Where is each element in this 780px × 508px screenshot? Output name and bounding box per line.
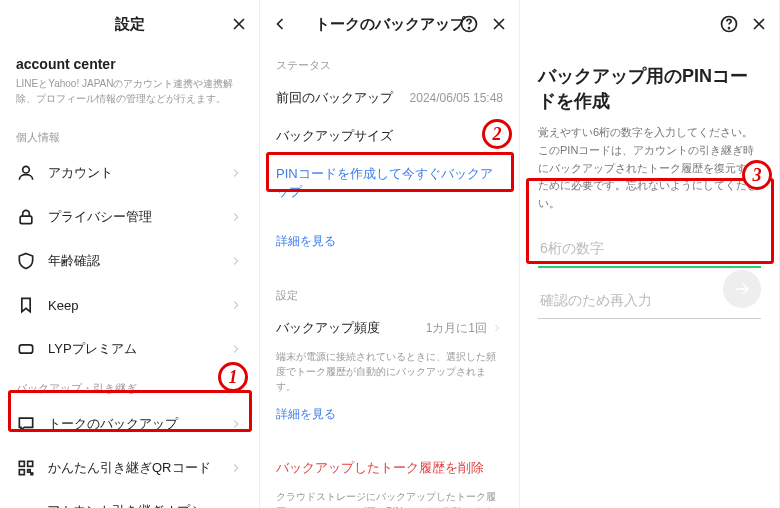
account-center-block[interactable]: account center LINEとYahoo! JAPANのアカウント連携… (0, 48, 259, 120)
backup-frequency-row[interactable]: バックアップ頻度 1カ月に1回 (260, 309, 519, 347)
chevron-right-icon (491, 322, 503, 334)
sidebar-item-talk-backup[interactable]: トークのバックアップ (0, 402, 259, 446)
detail-link-row-2[interactable]: 詳細を見る (260, 402, 519, 433)
annotation-badge-2: 2 (482, 119, 512, 149)
page-title: トークのバックアップ (315, 15, 465, 34)
detail-link[interactable]: 詳細を見る (276, 406, 336, 423)
sidebar-item-keep[interactable]: Keep (0, 283, 259, 327)
close-icon[interactable] (229, 14, 249, 34)
delete-backup-link[interactable]: バックアップしたトーク履歴を削除 (276, 459, 484, 477)
list-item-label: トークのバックアップ (48, 415, 178, 433)
detail-link-row[interactable]: 詳細を見る (260, 229, 519, 260)
help-icon[interactable] (459, 14, 479, 34)
pin-create-panel: バックアップ用のPINコードを作成 覚えやすい6桁の数字を入力してください。この… (520, 0, 780, 508)
svg-point-11 (729, 28, 730, 29)
list-item-label: プライバシー管理 (48, 208, 152, 226)
pin-input[interactable] (538, 230, 761, 268)
chevron-right-icon (229, 254, 243, 268)
section-settings: 設定 (260, 278, 519, 309)
back-icon[interactable] (270, 14, 290, 34)
list-item-label: LYPプレミアム (48, 340, 137, 358)
header: 設定 (0, 0, 259, 48)
close-icon[interactable] (489, 14, 509, 34)
sidebar-item-transfer-option[interactable]: アカウント引き継ぎオプション (0, 490, 259, 508)
svg-rect-4 (28, 461, 33, 466)
chevron-right-icon (229, 417, 243, 431)
svg-rect-2 (19, 345, 32, 353)
chevron-right-icon (229, 298, 243, 312)
svg-rect-1 (20, 216, 32, 224)
qr-icon (16, 458, 36, 478)
svg-rect-5 (19, 470, 24, 475)
account-center-desc: LINEとYahoo! JAPANのアカウント連携や連携解除、プロフィール情報の… (16, 76, 243, 106)
delete-backup-row[interactable]: バックアップしたトーク履歴を削除 (260, 449, 519, 487)
sidebar-item-qr[interactable]: かんたん引き継ぎQRコード (0, 446, 259, 490)
list-item-label: 年齢確認 (48, 252, 100, 270)
create-pin-backup-link[interactable]: PINコードを作成して今すぐバックアップ (276, 165, 503, 201)
annotation-badge-1: 1 (218, 362, 248, 392)
annotation-badge-3: 3 (742, 160, 772, 190)
backup-panel: トークのバックアップ ステータス 前回のバックアップ 2024/06/05 15… (260, 0, 520, 508)
list-item-label: Keep (48, 298, 78, 313)
backup-size-row: バックアップサイズ (260, 117, 519, 155)
chevron-right-icon (229, 461, 243, 475)
bookmark-icon (16, 295, 36, 315)
sidebar-item-account[interactable]: アカウント (0, 151, 259, 195)
chat-icon (16, 414, 36, 434)
shield-icon (16, 251, 36, 271)
chevron-right-icon (229, 166, 243, 180)
chevron-right-icon (229, 210, 243, 224)
backup-frequency-value: 1カ月に1回 (426, 320, 487, 337)
sidebar-item-age[interactable]: 年齢確認 (0, 239, 259, 283)
close-icon[interactable] (749, 14, 769, 34)
pin-page-desc: 覚えやすい6桁の数字を入力してください。このPINコードは、アカウントの引き継ぎ… (538, 124, 761, 212)
header: トークのバックアップ (260, 0, 519, 48)
detail-link[interactable]: 詳細を見る (276, 233, 336, 250)
svg-rect-3 (19, 461, 24, 466)
list-item-label: アカウント引き継ぎオプション (47, 502, 218, 508)
arrow-right-icon (732, 279, 752, 299)
pin-page-title: バックアップ用のPINコードを作成 (538, 64, 761, 114)
list-item-label: かんたん引き継ぎQRコード (48, 459, 211, 477)
lock-icon (16, 207, 36, 227)
last-backup-row: 前回のバックアップ 2024/06/05 15:48 (260, 79, 519, 117)
user-icon (16, 163, 36, 183)
chevron-right-icon (229, 342, 243, 356)
delete-backup-desc: クラウドストレージにバックアップしたトーク履歴と、バックアップ用のPINコードを… (260, 487, 519, 508)
svg-rect-6 (28, 470, 31, 473)
section-status: ステータス (260, 48, 519, 79)
svg-point-9 (469, 28, 470, 29)
list-item-label: アカウント (48, 164, 113, 182)
page-title: 設定 (115, 15, 145, 34)
backup-frequency-label: バックアップ頻度 (276, 319, 380, 337)
backup-frequency-desc: 端末が電源に接続されているときに、選択した頻度でトーク履歴が自動的にバックアップ… (260, 347, 519, 402)
create-pin-backup-row[interactable]: PINコードを作成して今すぐバックアップ (260, 155, 519, 211)
premium-icon (16, 339, 36, 359)
last-backup-label: 前回のバックアップ (276, 89, 393, 107)
sidebar-item-privacy[interactable]: プライバシー管理 (0, 195, 259, 239)
help-icon[interactable] (719, 14, 739, 34)
header (520, 0, 779, 48)
next-button[interactable] (723, 270, 761, 308)
sidebar-item-lyp[interactable]: LYPプレミアム (0, 327, 259, 371)
account-center-title: account center (16, 56, 243, 72)
backup-size-label: バックアップサイズ (276, 127, 393, 145)
svg-point-0 (23, 166, 30, 173)
svg-rect-7 (31, 473, 33, 475)
last-backup-value: 2024/06/05 15:48 (410, 91, 503, 105)
section-personal: 個人情報 (0, 120, 259, 151)
settings-panel: 設定 account center LINEとYahoo! JAPANのアカウン… (0, 0, 260, 508)
